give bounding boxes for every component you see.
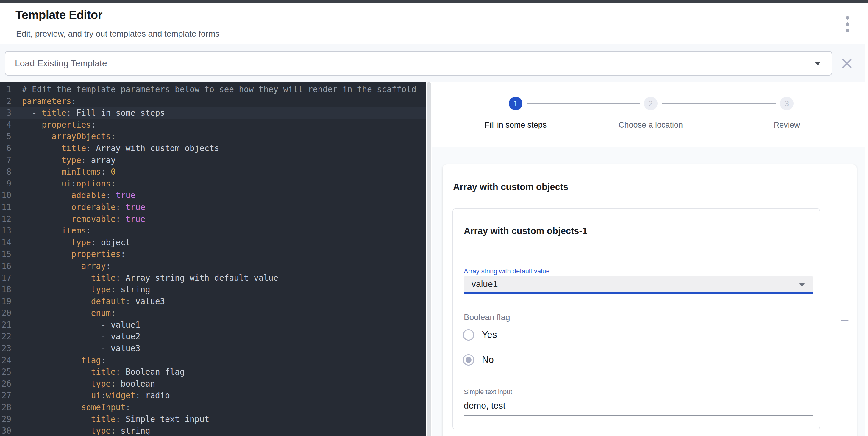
radio-button-checked[interactable]: [463, 354, 474, 366]
line-number: 1: [0, 83, 11, 96]
line-number: 3: [0, 107, 11, 119]
line-number: 12: [0, 213, 11, 225]
step-number: 2: [649, 99, 653, 108]
array-string-select[interactable]: value1: [464, 276, 813, 294]
code-line[interactable]: 2parameters:: [0, 96, 426, 107]
code-line[interactable]: 20 enum:: [0, 307, 426, 319]
radio-option-yes[interactable]: Yes: [463, 329, 497, 340]
kebab-menu-icon[interactable]: [843, 16, 851, 36]
code-line[interactable]: 16 array:: [0, 260, 426, 272]
yaml-code-editor[interactable]: 1# Edit the template parameters below to…: [0, 82, 426, 436]
load-template-toolbar: Load Existing Template: [0, 44, 868, 82]
line-number: 10: [0, 190, 11, 201]
line-number: 11: [0, 201, 11, 213]
code-line[interactable]: 26 type: boolean: [0, 378, 426, 390]
form-preview-area: Array with custom objects Array with cus…: [432, 146, 868, 436]
code-line[interactable]: 10 addable: true: [0, 190, 426, 201]
code-line[interactable]: 6 title: Array with custom objects: [0, 142, 426, 154]
line-number: 26: [0, 378, 11, 390]
input-underline: [464, 415, 813, 416]
code-line[interactable]: 8 minItems: 0: [0, 166, 426, 178]
array-section-card: Array with custom objects Array with cus…: [443, 164, 857, 436]
line-number: 24: [0, 355, 11, 366]
step-number: 1: [514, 99, 518, 108]
line-number: 23: [0, 343, 11, 355]
line-number: 18: [0, 284, 11, 296]
code-line[interactable]: 13 items:: [0, 225, 426, 237]
simple-text-input-label: Simple text input: [464, 388, 512, 396]
simple-text-input[interactable]: demo, test: [464, 401, 505, 411]
array-string-label: Array string with default value: [464, 267, 550, 275]
wizard-stepper: 1 2 3 Fill in some steps Choose a locati…: [432, 82, 868, 146]
radio-option-no[interactable]: No: [463, 354, 494, 366]
line-number: 16: [0, 260, 11, 272]
kebab-dot: [846, 22, 849, 26]
radio-button-unchecked[interactable]: [463, 329, 474, 340]
line-number: 30: [0, 425, 11, 436]
code-line[interactable]: 22 - value2: [0, 331, 426, 343]
code-line[interactable]: 18 type: string: [0, 284, 426, 296]
step-label-fill-in-some-steps: Fill in some steps: [453, 121, 578, 130]
array-item-title: Array with custom objects-1: [464, 226, 587, 236]
line-number: 4: [0, 119, 11, 131]
line-number: 2: [0, 96, 11, 107]
code-line[interactable]: 17 title: Array string with default valu…: [0, 272, 426, 284]
line-number: 27: [0, 390, 11, 402]
code-line[interactable]: 11 orderable: true: [0, 201, 426, 213]
code-line[interactable]: 28 someInput:: [0, 402, 426, 413]
code-line[interactable]: 30 type: string: [0, 425, 426, 436]
editor-scrollbar[interactable]: [426, 82, 432, 436]
line-number: 25: [0, 366, 11, 378]
line-number: 5: [0, 131, 11, 142]
line-number: 21: [0, 319, 11, 331]
page-subtitle: Edit, preview, and try out templates and…: [16, 29, 219, 39]
line-number: 7: [0, 154, 11, 166]
code-line[interactable]: 24 flag:: [0, 355, 426, 366]
code-line[interactable]: 14 type: object: [0, 237, 426, 248]
code-line[interactable]: 19 default: value3: [0, 296, 426, 307]
code-line[interactable]: 21 - value1: [0, 319, 426, 331]
line-number: 8: [0, 166, 11, 178]
code-line[interactable]: 9 ui:options:: [0, 178, 426, 190]
boolean-flag-label: Boolean flag: [464, 312, 510, 322]
code-line[interactable]: 7 type: array: [0, 154, 426, 166]
line-number: 15: [0, 248, 11, 260]
code-line[interactable]: 23 - value3: [0, 343, 426, 355]
clear-template-button[interactable]: [841, 57, 853, 70]
chevron-down-icon: [814, 62, 821, 65]
line-number: 22: [0, 331, 11, 343]
step-number: 3: [785, 99, 789, 108]
code-line[interactable]: 15 properties:: [0, 248, 426, 260]
line-number: 13: [0, 225, 11, 237]
line-number: 29: [0, 413, 11, 425]
step-circle-1: 1: [509, 97, 522, 110]
code-line[interactable]: 29 title: Simple text input: [0, 413, 426, 425]
remove-array-item-button[interactable]: [841, 320, 849, 322]
code-line[interactable]: 1# Edit the template parameters below to…: [0, 83, 426, 96]
array-item-card: Array with custom objects-1 Array string…: [453, 208, 820, 430]
page-title: Template Editor: [16, 8, 102, 22]
editor-scrollbar-thumb[interactable]: [427, 82, 431, 436]
line-number: 17: [0, 272, 11, 284]
line-number: 14: [0, 237, 11, 248]
line-number: 19: [0, 296, 11, 307]
section-title: Array with custom objects: [453, 182, 568, 193]
code-line[interactable]: 25 title: Boolean flag: [0, 366, 426, 378]
line-number: 28: [0, 402, 11, 413]
page-right-border: [865, 3, 868, 436]
code-line[interactable]: 4 properties:: [0, 119, 426, 131]
code-lines: 1# Edit the template parameters below to…: [0, 83, 426, 436]
code-line[interactable]: 27 ui:widget: radio: [0, 390, 426, 402]
template-editor-page: Template Editor Edit, preview, and try o…: [0, 0, 868, 436]
step-circle-2: 2: [644, 97, 657, 110]
code-line[interactable]: 3 - title: Fill in some steps: [0, 107, 426, 119]
kebab-dot: [846, 29, 849, 32]
radio-label-yes: Yes: [482, 330, 497, 340]
code-line[interactable]: 5 arrayObjects:: [0, 131, 426, 142]
close-icon: [841, 57, 853, 70]
code-line[interactable]: 12 removable: true: [0, 213, 426, 225]
select-caret-icon: [799, 283, 805, 287]
line-number: 20: [0, 307, 11, 319]
array-string-value: value1: [471, 279, 498, 289]
load-existing-template-select[interactable]: Load Existing Template: [5, 51, 832, 75]
